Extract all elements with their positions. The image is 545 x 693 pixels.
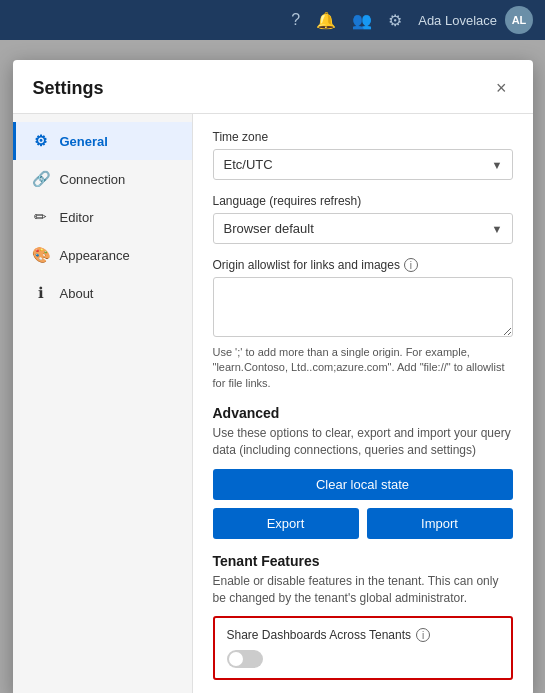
settings-modal: Settings × ⚙ General 🔗 Connection ✏ Edit…: [13, 60, 533, 693]
help-icon[interactable]: ?: [291, 11, 300, 29]
general-icon: ⚙: [32, 132, 50, 150]
modal-overlay: Settings × ⚙ General 🔗 Connection ✏ Edit…: [0, 40, 545, 693]
sidebar: ⚙ General 🔗 Connection ✏ Editor 🎨 Appear…: [13, 114, 193, 693]
share-dashboards-toggle[interactable]: [227, 650, 263, 668]
sidebar-item-general[interactable]: ⚙ General: [13, 122, 192, 160]
sidebar-label-connection: Connection: [60, 172, 126, 187]
advanced-desc: Use these options to clear, export and i…: [213, 425, 513, 459]
import-button[interactable]: Import: [367, 508, 513, 539]
modal-header: Settings ×: [13, 60, 533, 114]
close-button[interactable]: ×: [490, 76, 513, 101]
sidebar-label-appearance: Appearance: [60, 248, 130, 263]
tenant-desc: Enable or disable features in the tenant…: [213, 573, 513, 607]
clear-button[interactable]: Clear local state: [213, 469, 513, 500]
toggle-wrapper: [227, 650, 499, 668]
origin-textarea[interactable]: [213, 277, 513, 337]
timezone-field: Time zone Etc/UTC US/Eastern US/Pacific …: [213, 130, 513, 180]
settings-content: Time zone Etc/UTC US/Eastern US/Pacific …: [193, 114, 533, 693]
origin-hint: Use ';' to add more than a single origin…: [213, 345, 513, 391]
tenant-title: Tenant Features: [213, 553, 513, 569]
tenant-box: Share Dashboards Across Tenants i: [213, 616, 513, 680]
language-label: Language (requires refresh): [213, 194, 513, 208]
export-import-row: Export Import: [213, 508, 513, 539]
sidebar-label-about: About: [60, 286, 94, 301]
connection-icon: 🔗: [32, 170, 50, 188]
settings-icon[interactable]: ⚙: [388, 11, 402, 30]
language-select[interactable]: Browser default English French German Sp…: [213, 213, 513, 244]
sidebar-item-appearance[interactable]: 🎨 Appearance: [13, 236, 192, 274]
origin-label: Origin allowlist for links and images i: [213, 258, 513, 272]
modal-body: ⚙ General 🔗 Connection ✏ Editor 🎨 Appear…: [13, 114, 533, 693]
timezone-select-wrapper: Etc/UTC US/Eastern US/Pacific Europe/Lon…: [213, 149, 513, 180]
sidebar-label-editor: Editor: [60, 210, 94, 225]
avatar: AL: [505, 6, 533, 34]
advanced-title: Advanced: [213, 405, 513, 421]
about-icon: ℹ: [32, 284, 50, 302]
user-menu[interactable]: Ada Lovelace AL: [418, 6, 533, 34]
editor-icon: ✏: [32, 208, 50, 226]
notifications-icon[interactable]: 🔔: [316, 11, 336, 30]
sidebar-label-general: General: [60, 134, 108, 149]
origin-field: Origin allowlist for links and images i …: [213, 258, 513, 391]
user-name: Ada Lovelace: [418, 13, 497, 28]
users-icon[interactable]: 👥: [352, 11, 372, 30]
toggle-slider: [227, 650, 263, 668]
sidebar-item-editor[interactable]: ✏ Editor: [13, 198, 192, 236]
sidebar-item-connection[interactable]: 🔗 Connection: [13, 160, 192, 198]
sidebar-item-about[interactable]: ℹ About: [13, 274, 192, 312]
origin-info-icon[interactable]: i: [404, 258, 418, 272]
export-button[interactable]: Export: [213, 508, 359, 539]
tenant-info-icon[interactable]: i: [416, 628, 430, 642]
language-select-wrapper: Browser default English French German Sp…: [213, 213, 513, 244]
timezone-select[interactable]: Etc/UTC US/Eastern US/Pacific Europe/Lon…: [213, 149, 513, 180]
language-field: Language (requires refresh) Browser defa…: [213, 194, 513, 244]
tenant-box-title: Share Dashboards Across Tenants i: [227, 628, 499, 642]
appearance-icon: 🎨: [32, 246, 50, 264]
timezone-label: Time zone: [213, 130, 513, 144]
modal-title: Settings: [33, 78, 104, 99]
topbar: ? 🔔 👥 ⚙ Ada Lovelace AL: [0, 0, 545, 40]
